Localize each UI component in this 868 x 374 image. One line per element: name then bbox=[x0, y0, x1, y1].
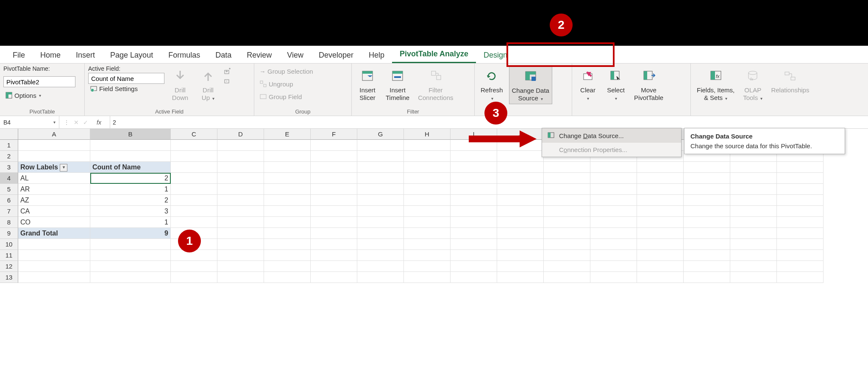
cell-G9[interactable] bbox=[357, 228, 404, 239]
cell-M12[interactable] bbox=[637, 261, 684, 272]
cell-M7[interactable] bbox=[637, 206, 684, 217]
cell-C6[interactable] bbox=[171, 195, 217, 206]
cell-G8[interactable] bbox=[357, 217, 404, 228]
cell-C12[interactable] bbox=[171, 261, 217, 272]
cell-I13[interactable] bbox=[451, 272, 497, 283]
cell-B7[interactable]: 3 bbox=[90, 206, 171, 217]
column-header-C[interactable]: C bbox=[171, 129, 217, 140]
cell-A13[interactable] bbox=[18, 272, 90, 283]
cell-P9[interactable] bbox=[777, 228, 823, 239]
cell-N8[interactable] bbox=[684, 217, 730, 228]
cell-K12[interactable] bbox=[544, 261, 590, 272]
cell-I8[interactable] bbox=[451, 217, 497, 228]
cell-N10[interactable] bbox=[684, 239, 730, 250]
cell-H9[interactable] bbox=[404, 228, 451, 239]
cell-A12[interactable] bbox=[18, 261, 90, 272]
cell-K6[interactable] bbox=[544, 195, 590, 206]
tab-data[interactable]: Data bbox=[208, 47, 239, 63]
expand-field-icon[interactable]: + bbox=[224, 68, 231, 75]
cell-N13[interactable] bbox=[684, 272, 730, 283]
cell-K9[interactable] bbox=[544, 228, 590, 239]
cell-D6[interactable] bbox=[217, 195, 264, 206]
tab-insert[interactable]: Insert bbox=[68, 47, 103, 63]
cell-B13[interactable] bbox=[90, 272, 171, 283]
cell-M9[interactable] bbox=[637, 228, 684, 239]
cell-I12[interactable] bbox=[451, 261, 497, 272]
name-box[interactable]: B4▾ bbox=[0, 116, 59, 128]
cell-L12[interactable] bbox=[590, 261, 637, 272]
insert-slicer-button[interactable]: Insert Slicer bbox=[355, 65, 380, 103]
cell-P3[interactable] bbox=[777, 162, 823, 173]
cell-J8[interactable] bbox=[497, 217, 544, 228]
cell-N6[interactable] bbox=[684, 195, 730, 206]
cell-L8[interactable] bbox=[590, 217, 637, 228]
cell-L6[interactable] bbox=[590, 195, 637, 206]
cell-I2[interactable] bbox=[451, 151, 497, 162]
tab-view[interactable]: View bbox=[279, 47, 311, 63]
cell-K13[interactable] bbox=[544, 272, 590, 283]
row-header-12[interactable]: 12 bbox=[0, 261, 18, 272]
cell-N11[interactable] bbox=[684, 250, 730, 261]
cell-P10[interactable] bbox=[777, 239, 823, 250]
cell-N7[interactable] bbox=[684, 206, 730, 217]
cell-E10[interactable] bbox=[264, 239, 311, 250]
cell-B4[interactable]: 2 bbox=[90, 173, 171, 184]
cell-D5[interactable] bbox=[217, 184, 264, 195]
cell-H11[interactable] bbox=[404, 250, 451, 261]
cell-G13[interactable] bbox=[357, 272, 404, 283]
cell-D1[interactable] bbox=[217, 140, 264, 151]
cell-H5[interactable] bbox=[404, 184, 451, 195]
cell-E9[interactable] bbox=[264, 228, 311, 239]
tab-pivottable-analyze[interactable]: PivotTable Analyze bbox=[392, 46, 476, 63]
cell-H1[interactable] bbox=[404, 140, 451, 151]
cell-G1[interactable] bbox=[357, 140, 404, 151]
cell-P13[interactable] bbox=[777, 272, 823, 283]
cell-F11[interactable] bbox=[311, 250, 357, 261]
cell-L3[interactable] bbox=[590, 162, 637, 173]
cell-A5[interactable]: AR bbox=[18, 184, 90, 195]
cell-E8[interactable] bbox=[264, 217, 311, 228]
cell-H8[interactable] bbox=[404, 217, 451, 228]
formula-value[interactable]: 2 bbox=[110, 119, 119, 126]
cell-A4[interactable]: AL bbox=[18, 173, 90, 184]
tab-review[interactable]: Review bbox=[239, 47, 279, 63]
cell-J12[interactable] bbox=[497, 261, 544, 272]
cell-G5[interactable] bbox=[357, 184, 404, 195]
select-button[interactable]: Select▾ bbox=[604, 65, 628, 103]
cell-E12[interactable] bbox=[264, 261, 311, 272]
cell-D4[interactable] bbox=[217, 173, 264, 184]
cell-F8[interactable] bbox=[311, 217, 357, 228]
cell-G6[interactable] bbox=[357, 195, 404, 206]
cell-D8[interactable] bbox=[217, 217, 264, 228]
cell-B3[interactable]: Count of Name bbox=[90, 162, 171, 173]
cell-C8[interactable] bbox=[171, 217, 217, 228]
row-header-11[interactable]: 11 bbox=[0, 250, 18, 261]
insert-timeline-button[interactable]: Insert Timeline bbox=[383, 65, 412, 103]
cell-H6[interactable] bbox=[404, 195, 451, 206]
cell-B10[interactable] bbox=[90, 239, 171, 250]
cell-A6[interactable]: AZ bbox=[18, 195, 90, 206]
cell-I7[interactable] bbox=[451, 206, 497, 217]
cell-F1[interactable] bbox=[311, 140, 357, 151]
cell-P11[interactable] bbox=[777, 250, 823, 261]
cell-F4[interactable] bbox=[311, 173, 357, 184]
cell-P8[interactable] bbox=[777, 217, 823, 228]
cell-E4[interactable] bbox=[264, 173, 311, 184]
cell-H7[interactable] bbox=[404, 206, 451, 217]
column-header-G[interactable]: G bbox=[357, 129, 404, 140]
tab-home[interactable]: Home bbox=[33, 47, 68, 63]
cell-F12[interactable] bbox=[311, 261, 357, 272]
tab-formulas[interactable]: Formulas bbox=[161, 47, 208, 63]
column-header-F[interactable]: F bbox=[311, 129, 357, 140]
column-header-D[interactable]: D bbox=[217, 129, 264, 140]
row-header-1[interactable]: 1 bbox=[0, 140, 18, 151]
cell-E13[interactable] bbox=[264, 272, 311, 283]
row-header-3[interactable]: 3 bbox=[0, 162, 18, 173]
cell-B8[interactable]: 1 bbox=[90, 217, 171, 228]
cell-A3[interactable]: Row Labels ▾ bbox=[18, 162, 90, 173]
cell-A2[interactable] bbox=[18, 151, 90, 162]
cell-A10[interactable] bbox=[18, 239, 90, 250]
row-header-6[interactable]: 6 bbox=[0, 195, 18, 206]
cell-A7[interactable]: CA bbox=[18, 206, 90, 217]
cell-I10[interactable] bbox=[451, 239, 497, 250]
